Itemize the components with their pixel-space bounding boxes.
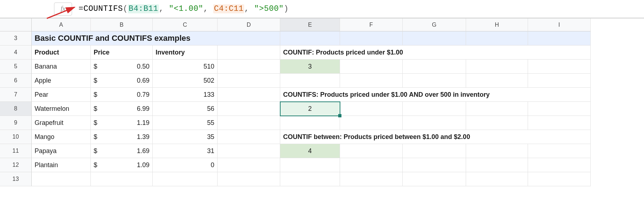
cell-H8[interactable] bbox=[466, 102, 528, 116]
col-header-D[interactable]: D bbox=[218, 18, 280, 31]
cell-F3[interactable] bbox=[340, 31, 403, 45]
cell-D9[interactable] bbox=[218, 116, 280, 130]
cell-C5[interactable]: 510 bbox=[153, 60, 218, 74]
cell-I6[interactable] bbox=[528, 74, 591, 88]
cell-C13[interactable] bbox=[153, 172, 218, 186]
col-header-G[interactable]: G bbox=[403, 18, 466, 31]
cell-D7[interactable] bbox=[218, 88, 280, 102]
cell-F5[interactable] bbox=[340, 60, 403, 74]
cell-C9[interactable]: 55 bbox=[153, 116, 218, 130]
cell-A9[interactable]: Grapefruit bbox=[32, 116, 91, 130]
selection-handle-icon[interactable] bbox=[338, 114, 341, 117]
cell-H6[interactable] bbox=[466, 74, 528, 88]
row-header-5[interactable]: 5 bbox=[0, 60, 32, 74]
col-header-B[interactable]: B bbox=[91, 18, 153, 31]
cell-H3[interactable] bbox=[466, 31, 528, 45]
cell-D8[interactable] bbox=[218, 102, 280, 116]
cell-E6[interactable] bbox=[280, 74, 340, 88]
cell-H9[interactable] bbox=[466, 116, 528, 130]
col-header-H[interactable]: H bbox=[466, 18, 528, 31]
title-cell[interactable]: Basic COUNTIF and COUNTIFS examples bbox=[32, 31, 280, 45]
cell-I11[interactable] bbox=[528, 144, 591, 158]
cell-I9[interactable] bbox=[528, 116, 591, 130]
cell-I12[interactable] bbox=[528, 158, 591, 172]
cell-D4[interactable] bbox=[218, 45, 280, 60]
cell-A8[interactable]: Watermelon bbox=[32, 102, 91, 116]
cell-F11[interactable] bbox=[340, 144, 403, 158]
row-header-10[interactable]: 10 bbox=[0, 130, 32, 144]
cell-A5[interactable]: Banana bbox=[32, 60, 91, 74]
cell-G9[interactable] bbox=[403, 116, 466, 130]
cell-B13[interactable] bbox=[91, 172, 153, 186]
cell-C10[interactable]: 35 bbox=[153, 130, 218, 144]
cell-H13[interactable] bbox=[466, 172, 528, 186]
cell-A11[interactable]: Papaya bbox=[32, 144, 91, 158]
countif-label[interactable]: COUNTIF: Products priced under $1.00 bbox=[280, 45, 591, 60]
header-product[interactable]: Product bbox=[32, 45, 91, 60]
row-header-11[interactable]: 11 bbox=[0, 144, 32, 158]
cell-F13[interactable] bbox=[340, 172, 403, 186]
cell-C8[interactable]: 56 bbox=[153, 102, 218, 116]
cell-B9[interactable]: $1.19 bbox=[91, 116, 153, 130]
cell-C11[interactable]: 31 bbox=[153, 144, 218, 158]
cell-H11[interactable] bbox=[466, 144, 528, 158]
corner-cell[interactable] bbox=[0, 18, 32, 31]
countifs-result-selected[interactable]: 2 bbox=[280, 102, 340, 116]
row-header-7[interactable]: 7 bbox=[0, 88, 32, 102]
cell-C6[interactable]: 502 bbox=[153, 74, 218, 88]
cell-D13[interactable] bbox=[218, 172, 280, 186]
row-header-4[interactable]: 4 bbox=[0, 45, 32, 60]
cell-D11[interactable] bbox=[218, 144, 280, 158]
cell-C12[interactable]: 0 bbox=[153, 158, 218, 172]
cell-A7[interactable]: Pear bbox=[32, 88, 91, 102]
fx-icon[interactable]: fx bbox=[54, 3, 72, 16]
col-header-E[interactable]: E bbox=[280, 18, 340, 31]
cell-G11[interactable] bbox=[403, 144, 466, 158]
row-header-3[interactable]: 3 bbox=[0, 31, 32, 45]
cell-E12[interactable] bbox=[280, 158, 340, 172]
row-header-13[interactable]: 13 bbox=[0, 172, 32, 186]
cell-B6[interactable]: $0.69 bbox=[91, 74, 153, 88]
cell-E3[interactable] bbox=[280, 31, 340, 45]
cell-D10[interactable] bbox=[218, 130, 280, 144]
countif-result[interactable]: 3 bbox=[280, 60, 340, 74]
cell-B12[interactable]: $1.09 bbox=[91, 158, 153, 172]
cell-E13[interactable] bbox=[280, 172, 340, 186]
formula-input[interactable]: =COUNTIFS(B4:B11, "<1.00", C4:C11, ">500… bbox=[79, 4, 289, 13]
cell-G5[interactable] bbox=[403, 60, 466, 74]
cell-B8[interactable]: $6.99 bbox=[91, 102, 153, 116]
cell-D6[interactable] bbox=[218, 74, 280, 88]
cell-B10[interactable]: $1.39 bbox=[91, 130, 153, 144]
cell-F9[interactable] bbox=[340, 116, 403, 130]
cell-G12[interactable] bbox=[403, 158, 466, 172]
col-header-A[interactable]: A bbox=[32, 18, 91, 31]
cell-F8[interactable] bbox=[340, 102, 403, 116]
cell-A10[interactable]: Mango bbox=[32, 130, 91, 144]
cell-I13[interactable] bbox=[528, 172, 591, 186]
cell-F12[interactable] bbox=[340, 158, 403, 172]
cell-H5[interactable] bbox=[466, 60, 528, 74]
cell-G8[interactable] bbox=[403, 102, 466, 116]
cell-I3[interactable] bbox=[528, 31, 591, 45]
header-price[interactable]: Price bbox=[91, 45, 153, 60]
cell-G6[interactable] bbox=[403, 74, 466, 88]
row-header-12[interactable]: 12 bbox=[0, 158, 32, 172]
between-result[interactable]: 4 bbox=[280, 144, 340, 158]
header-inventory[interactable]: Inventory bbox=[153, 45, 218, 60]
cell-I8[interactable] bbox=[528, 102, 591, 116]
cell-B5[interactable]: $0.50 bbox=[91, 60, 153, 74]
row-header-6[interactable]: 6 bbox=[0, 74, 32, 88]
cell-D12[interactable] bbox=[218, 158, 280, 172]
col-header-F[interactable]: F bbox=[340, 18, 403, 31]
col-header-I[interactable]: I bbox=[528, 18, 591, 31]
countifs-label[interactable]: COUNTIFS: Products priced under $1.00 AN… bbox=[280, 88, 591, 102]
cell-D5[interactable] bbox=[218, 60, 280, 74]
cell-H12[interactable] bbox=[466, 158, 528, 172]
cell-F6[interactable] bbox=[340, 74, 403, 88]
row-header-9[interactable]: 9 bbox=[0, 116, 32, 130]
cell-B7[interactable]: $0.79 bbox=[91, 88, 153, 102]
spreadsheet-grid[interactable]: A B C D E F G H I 3 Basic COUNTIF and CO… bbox=[0, 18, 644, 186]
cell-G13[interactable] bbox=[403, 172, 466, 186]
cell-I5[interactable] bbox=[528, 60, 591, 74]
between-label[interactable]: COUNTIF between: Products priced between… bbox=[280, 130, 591, 144]
